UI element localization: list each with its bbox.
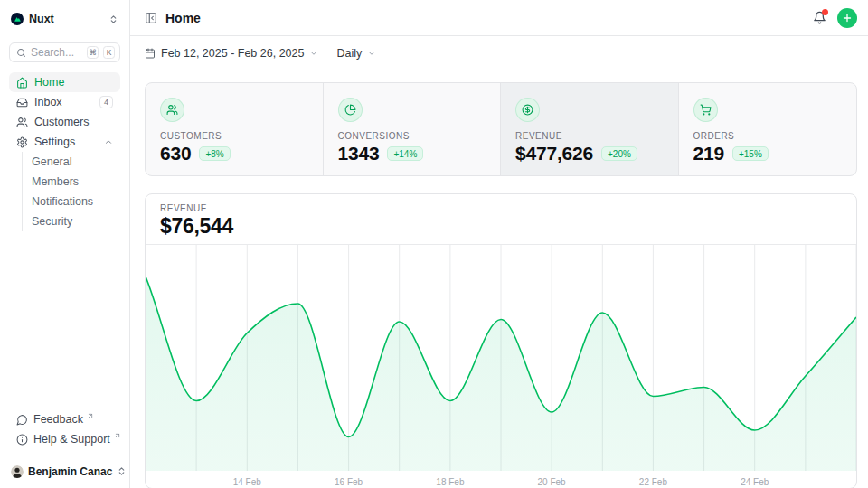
sidebar-item-label: Inbox	[34, 96, 62, 108]
chart-pie-icon	[338, 98, 363, 122]
sidebar-item-label: Customers	[34, 116, 89, 128]
svg-text:14 Feb: 14 Feb	[233, 477, 262, 487]
stat-delta-badge: +14%	[387, 146, 423, 161]
sidebar-item-label: Settings	[34, 136, 75, 148]
notification-dot	[822, 9, 828, 15]
sidebar-item-customers[interactable]: Customers	[9, 112, 120, 132]
stat-label: CUSTOMERS	[160, 131, 308, 141]
search-input[interactable]: Search... ⌘ K	[9, 42, 120, 62]
stat-value: $477,626	[515, 143, 593, 164]
svg-text:20 Feb: 20 Feb	[538, 477, 567, 487]
users-icon	[160, 98, 184, 122]
inbox-icon	[16, 97, 28, 108]
workspace-name: Nuxt	[29, 13, 54, 25]
interval-label: Daily	[336, 47, 362, 60]
page-header: Home	[130, 0, 868, 36]
sidebar-footer-feedback[interactable]: Feedback	[9, 409, 120, 429]
kbd-k: K	[103, 46, 115, 59]
sidebar-subitem-general[interactable]: General	[32, 152, 120, 172]
cart-icon	[693, 98, 718, 122]
revenue-area-chart: 14 Feb16 Feb18 Feb20 Feb22 Feb24 Feb	[146, 245, 856, 488]
stat-delta-badge: +20%	[601, 146, 637, 161]
svg-text:24 Feb: 24 Feb	[741, 477, 769, 487]
home-icon	[16, 77, 28, 89]
sidebar-subitem-notifications[interactable]: Notifications	[32, 192, 120, 211]
arrow-up-right-icon	[87, 412, 94, 419]
stat-label: ORDERS	[693, 131, 843, 141]
user-name: Benjamin Canac	[28, 465, 112, 478]
sidebar-nav: HomeInbox4CustomersSettingsGeneralMember…	[9, 72, 120, 231]
chart-title: REVENUE	[160, 203, 842, 213]
chevron-down-icon	[367, 49, 376, 58]
chevron-up-icon	[104, 137, 113, 146]
svg-text:22 Feb: 22 Feb	[639, 477, 668, 487]
kbd-cmd: ⌘	[87, 46, 99, 59]
interval-select[interactable]: Daily	[336, 47, 376, 60]
sidebar-footer: FeedbackHelp & Support	[9, 409, 120, 449]
settings-subnav: GeneralMembersNotificationsSecurity	[22, 152, 120, 231]
stat-delta-badge: +15%	[732, 146, 769, 161]
calendar-icon	[145, 48, 156, 59]
sidebar-footer-help-support[interactable]: Help & Support	[9, 429, 120, 449]
inbox-count-badge: 4	[99, 96, 113, 108]
settings-icon	[16, 136, 28, 148]
stat-value: 1343	[338, 143, 380, 164]
date-range-label: Feb 12, 2025 - Feb 26, 2025	[161, 47, 304, 60]
search-placeholder: Search...	[31, 46, 82, 59]
avatar	[11, 465, 24, 478]
sidebar-item-inbox[interactable]: Inbox4	[9, 92, 120, 112]
date-range-picker[interactable]: Feb 12, 2025 - Feb 26, 2025	[145, 47, 318, 60]
sidebar-subitem-members[interactable]: Members	[32, 172, 120, 192]
users-icon	[16, 117, 28, 128]
chevrons-up-down-icon	[108, 14, 118, 24]
sidebar-item-label: Home	[34, 76, 64, 89]
user-menu[interactable]: Benjamin Canac	[11, 460, 118, 483]
svg-text:16 Feb: 16 Feb	[335, 477, 363, 487]
search-icon	[16, 48, 26, 58]
stat-card-conversions[interactable]: CONVERSIONS1343+14%	[324, 83, 502, 175]
sidebar-item-settings[interactable]: Settings	[9, 132, 120, 152]
add-button[interactable]	[837, 8, 857, 28]
help-icon	[16, 434, 28, 446]
app: Nuxt Search... ⌘ K HomeInbox4CustomersSe…	[0, 0, 868, 488]
arrow-up-right-icon	[114, 432, 121, 439]
nuxt-logo	[11, 13, 24, 25]
stat-card-customers[interactable]: CUSTOMERS630+8%	[146, 83, 324, 175]
stat-value: 630	[160, 143, 191, 164]
stat-delta-badge: +8%	[199, 146, 230, 161]
stat-label: REVENUE	[515, 131, 664, 141]
revenue-chart-card: REVENUE $76,544 14 Feb16 Feb18 Feb20 Feb…	[145, 193, 857, 488]
stats-row: CUSTOMERS630+8%CONVERSIONS1343+14%REVENU…	[145, 82, 857, 176]
feedback-icon	[16, 414, 28, 426]
notifications-button[interactable]	[813, 11, 826, 24]
sidebar: Nuxt Search... ⌘ K HomeInbox4CustomersSe…	[0, 0, 130, 488]
chevron-down-icon	[309, 49, 318, 58]
workspace-switcher[interactable]: Nuxt	[9, 7, 120, 31]
main: Home Feb 12, 2025 - Feb 26, 2025 Daily C…	[130, 0, 868, 488]
chevrons-up-down-icon	[117, 466, 127, 476]
circle-dollar-icon	[515, 98, 540, 122]
stat-card-revenue[interactable]: REVENUE$477,626+20%	[501, 83, 679, 175]
svg-text:18 Feb: 18 Feb	[436, 477, 465, 487]
chart-total: $76,544	[160, 214, 842, 239]
stat-label: CONVERSIONS	[338, 131, 486, 141]
sidebar-collapse-button[interactable]	[145, 12, 157, 24]
sidebar-subitem-security[interactable]: Security	[32, 211, 120, 231]
sidebar-item-home[interactable]: Home	[9, 72, 120, 92]
page-title: Home	[165, 11, 201, 25]
chart-header: REVENUE $76,544	[146, 194, 856, 245]
stat-card-orders[interactable]: ORDERS219+15%	[679, 83, 857, 175]
stat-value: 219	[693, 143, 724, 164]
content: CUSTOMERS630+8%CONVERSIONS1343+14%REVENU…	[130, 70, 868, 488]
filters-toolbar: Feb 12, 2025 - Feb 26, 2025 Daily	[130, 36, 868, 70]
